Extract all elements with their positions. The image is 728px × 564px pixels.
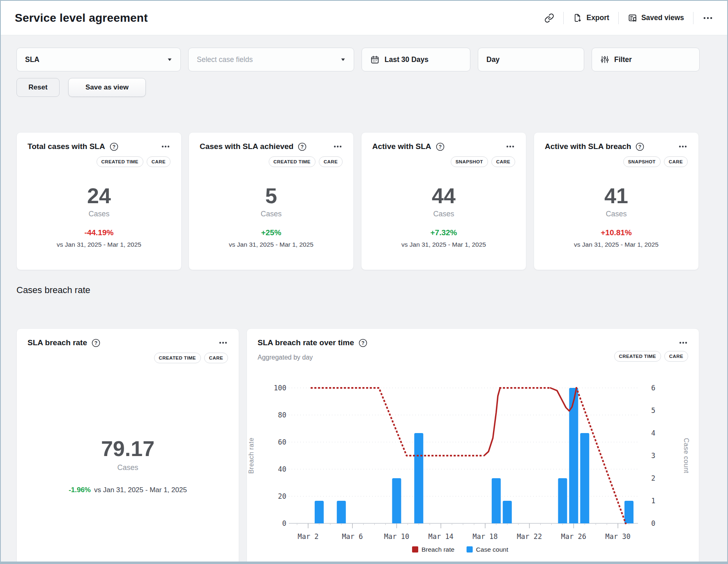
kpi-compare-period: vs Jan 31, 2025 - Mar 1, 2025 (28, 241, 170, 248)
sla-breach-rate-over-time-card: SLA breach rate over time ? Aggregated b… (247, 328, 699, 562)
svg-text:Case count: Case count (683, 438, 690, 473)
breach-rate-value: 79.17 (17, 436, 239, 461)
kpi-card-cases-with-sla-achieved: Cases with SLA achieved ? CREATED TIME C… (189, 132, 354, 270)
kpi-card-title: Active with SLA breach (545, 142, 631, 151)
dataset-select[interactable]: SLA (16, 48, 181, 71)
kpi-card-active-with-sla-breach: Active with SLA breach ? SNAPSHOT CARE 4… (534, 132, 699, 270)
help-icon[interactable]: ? (297, 142, 307, 151)
svg-text:Case count: Case count (476, 546, 509, 553)
svg-text:5: 5 (651, 406, 655, 415)
badge-created-time: CREATED TIME (97, 156, 143, 167)
kpi-compare-period: vs Jan 31, 2025 - Mar 1, 2025 (372, 241, 515, 248)
save-as-view-label: Save as view (85, 83, 129, 92)
badge-snapshot: SNAPSHOT (623, 156, 661, 167)
kpi-card-title: Active with SLA (372, 142, 431, 151)
kpi-unit: Cases (545, 210, 688, 218)
svg-text:60: 60 (278, 438, 286, 446)
svg-text:80: 80 (278, 411, 286, 419)
reset-label: Reset (28, 83, 47, 92)
chart-aggregation-label: Aggregated by day (258, 354, 313, 361)
svg-text:1: 1 (651, 497, 655, 505)
svg-text:Mar 6: Mar 6 (342, 532, 363, 541)
case-fields-select[interactable]: Select case fields (188, 48, 354, 71)
help-icon[interactable]: ? (91, 338, 101, 348)
chevron-down-icon (341, 58, 346, 62)
help-icon[interactable]: ? (358, 338, 368, 348)
breach-rate-delta: -1.96% (69, 486, 91, 494)
case-fields-placeholder: Select case fields (197, 55, 253, 64)
svg-text:4: 4 (651, 429, 655, 437)
granularity-value: Day (486, 55, 500, 64)
badge-care: CARE (319, 156, 343, 167)
svg-text:2: 2 (651, 474, 655, 482)
breach-rate-compare-period: vs Jan 31, 2025 - Mar 1, 2025 (94, 486, 187, 494)
kpi-compare-period: vs Jan 31, 2025 - Mar 1, 2025 (545, 241, 688, 248)
kpi-card-total-cases-with-sla: Total cases with SLA ? CREATED TIME CARE… (16, 132, 182, 270)
svg-text:?: ? (301, 144, 304, 149)
breach-card-title: SLA breach rate (28, 338, 87, 347)
copy-link-icon[interactable] (544, 13, 554, 23)
badge-care: CARE (147, 156, 170, 167)
badge-care: CARE (664, 156, 688, 167)
chart-card-title: SLA breach rate over time (258, 338, 354, 347)
kpi-compare-period: vs Jan 31, 2025 - Mar 1, 2025 (200, 241, 343, 248)
svg-text:40: 40 (278, 465, 286, 473)
kpi-delta: +25% (200, 228, 343, 237)
svg-text:?: ? (112, 144, 115, 149)
breach-rate-unit: Cases (17, 463, 239, 472)
breach-rate-stat: 79.17 Cases -1.96%vs Jan 31, 2025 - Mar … (17, 436, 239, 494)
saved-views-label: Saved views (641, 14, 684, 22)
svg-text:20: 20 (278, 492, 286, 500)
svg-text:0: 0 (651, 519, 655, 527)
page-title: Service level agreement (15, 11, 148, 25)
svg-text:Mar 22: Mar 22 (517, 532, 542, 541)
card-menu-icon[interactable] (678, 142, 688, 151)
kpi-value: 41 (545, 183, 688, 208)
badge-snapshot: SNAPSHOT (451, 156, 488, 167)
kpi-unit: Cases (200, 210, 343, 218)
badge-care: CARE (491, 156, 515, 167)
saved-views-icon (628, 13, 637, 23)
svg-text:?: ? (638, 144, 641, 149)
kpi-value: 44 (372, 183, 515, 208)
kpi-value: 5 (200, 183, 343, 208)
kpi-unit: Cases (28, 210, 170, 218)
filter-button[interactable]: Filter (592, 48, 700, 71)
help-icon[interactable]: ? (635, 142, 645, 151)
badge-care: CARE (204, 353, 228, 363)
kpi-unit: Cases (372, 210, 515, 218)
chevron-down-icon (167, 58, 172, 62)
svg-text:Mar 30: Mar 30 (605, 532, 630, 541)
help-icon[interactable]: ? (109, 142, 119, 151)
save-as-view-button[interactable]: Save as view (68, 78, 146, 97)
card-menu-icon[interactable] (161, 142, 170, 151)
svg-text:Mar 10: Mar 10 (384, 532, 409, 541)
card-menu-icon[interactable] (218, 338, 228, 348)
reset-button[interactable]: Reset (16, 78, 60, 97)
card-menu-icon[interactable] (333, 142, 343, 151)
svg-text:Breach rate: Breach rate (422, 546, 454, 553)
svg-text:?: ? (362, 340, 364, 346)
badge-created-time: CREATED TIME (614, 351, 661, 362)
date-range-button[interactable]: Last 30 Days (362, 48, 470, 71)
svg-text:Mar 14: Mar 14 (428, 532, 453, 541)
card-menu-icon[interactable] (505, 142, 515, 151)
saved-views-button[interactable]: Saved views (628, 13, 684, 23)
sla-breach-chart: Mar 2Mar 6Mar 10Mar 14Mar 18Mar 22Mar 26… (247, 369, 700, 562)
svg-text:Mar 18: Mar 18 (472, 532, 498, 541)
granularity-button[interactable]: Day (478, 48, 584, 71)
export-button[interactable]: Export (573, 13, 609, 23)
sla-breach-rate-card: SLA breach rate ? CREATED TIME CARE 79.1… (16, 328, 239, 562)
kpi-card-title: Cases with SLA achieved (200, 142, 293, 151)
app-window: Service level agreement Export (0, 0, 728, 564)
svg-text:Mar 2: Mar 2 (297, 532, 318, 541)
svg-text:0: 0 (282, 519, 286, 527)
more-menu-icon[interactable] (703, 13, 713, 23)
help-icon[interactable]: ? (435, 142, 445, 151)
card-menu-icon[interactable] (678, 338, 688, 348)
section-title-cases-breach-rate: Cases breach rate (16, 285, 90, 296)
dashboard-canvas: Service level agreement Export (1, 1, 727, 562)
dataset-select-value: SLA (25, 55, 39, 64)
calendar-icon (370, 55, 380, 64)
badge-created-time: CREATED TIME (154, 353, 201, 363)
